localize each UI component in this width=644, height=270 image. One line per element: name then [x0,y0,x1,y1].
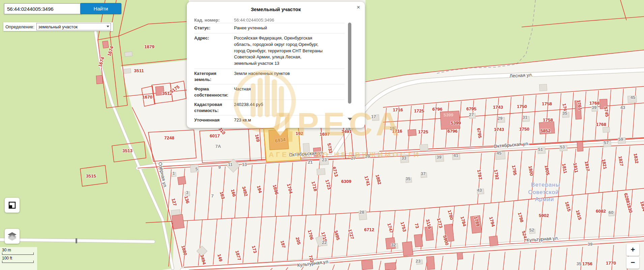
house-number-label: 43 [477,188,482,193]
find-button[interactable]: Найти [80,3,121,14]
definition-select[interactable]: земельный участок [36,23,111,30]
building-gray [124,69,131,74]
popup-scrollbar-thumb[interactable] [348,23,351,104]
building-pink [427,256,435,269]
building-pink [414,234,423,247]
popup-row-cadnumber: Кад. номер: 56:44:0244005:3496 [194,15,345,23]
house-number-label: 5 [195,166,198,171]
house-number-label: 29 [498,116,502,121]
chevron-down-icon [107,26,109,27]
house-number-label: 9 [218,165,221,170]
parcel-number-label: 1743 [493,105,503,110]
zoom-in-button[interactable]: + [626,244,639,256]
parcel-number-label: 7248 [164,135,175,140]
house-number-label: 53 [560,144,565,150]
parcel-number-label: 1879 [144,44,154,49]
search-input[interactable] [4,3,82,14]
house-number-label: 57 [604,140,609,145]
house-number-label: 19 [390,126,394,131]
popup-row-category: Категория земель: Земли населенных пункт… [194,69,345,84]
house-number-label: 35 [562,111,567,116]
parcel-number-label: 6796 [432,107,443,112]
house-number-label: 13 [242,162,247,167]
scroll-down-arrow-icon[interactable] [348,118,352,120]
parcel-number-label: 1697 [320,132,330,137]
popup-row-cost: Кадастровая стоимость: 240238.44 руб [194,100,345,115]
parcel-number-label: 6017 [210,133,220,138]
parcel-number-label: 5399 [451,120,461,126]
parcel-number-label: 1756 [582,261,593,266]
parcel-number-label: 192 [296,131,303,136]
parcel-number-label: 1670 [142,94,152,100]
building-gray [124,52,132,57]
parcel-number-label: 3513 [122,148,133,153]
house-number-label: 60 [609,210,613,215]
parcel-number-label: 1770 [606,261,616,266]
popup-pointer-notch [274,128,287,136]
building-gray [419,144,428,151]
territory-name-label: Армии [535,196,554,202]
popup-row-ownership: Форма собственности: Частная [194,84,345,100]
building-pink [178,177,186,185]
house-number-label: 23 [416,259,420,264]
parcel-number-label: 3511 [134,68,144,73]
house-number-label: 7A [215,144,221,149]
house-number-label: 37 [421,171,426,176]
parcel-number-label: 6795 [466,106,477,111]
definition-value: земельный участок [38,24,78,29]
territory-name-label: Советской [528,189,559,195]
house-number-label: 21 [308,160,313,165]
territory-name-label: Ветераны [531,182,560,188]
scale-bar: 30 m 100 ft [0,247,37,270]
definition-label: Определение: [5,24,34,29]
house-number-label: 39 [592,105,596,110]
house-number-label: 7 [211,193,213,198]
parcel-number-label: 1725 [414,108,425,113]
house-number-label: 11 [228,162,233,167]
house-number-label: 45 [497,151,501,156]
house-number-label: 52 [529,227,534,233]
parcel-number-label: 1750 [519,127,529,132]
close-icon[interactable]: × [357,4,360,10]
popup-rows: Кад. номер: 56:44:0244005:3496 Статус: Р… [194,15,345,125]
parcel-number-label: 1716 [393,107,403,112]
popup-row-area: Уточненная площадь: 723 кв.м [194,115,345,125]
house-number-label: 39 [437,155,441,160]
scale-meters-bar [2,252,34,255]
parcel-number-label: 5902 [539,213,549,218]
extent-button[interactable] [5,198,20,213]
building-pink [96,75,103,84]
parcel-number-label: 6309 [341,179,351,184]
parcel-number-label: 6082 [596,209,606,214]
house-number-label: 22 [322,240,327,245]
house-number-label: 27 [351,156,356,161]
building-gray [539,84,547,91]
zoom-out-button[interactable]: − [626,256,639,269]
building-gray [171,210,180,216]
house-number-label: 29 [365,154,370,159]
building-number-label: 5399 [444,112,453,117]
building-pink [103,41,109,48]
layers-icon [7,232,17,241]
parcel-number-label: 1743 [494,127,504,132]
parcel-number-label: 1758 [542,101,552,106]
building-pink [408,129,416,136]
house-number-label: 45 [631,95,635,100]
house-number-label: 43 [620,105,625,110]
house-number-label: 27 [469,112,474,117]
parcel-number-label: 1750 [517,104,527,109]
scale-feet: 100 ft [2,256,37,261]
cadastral-map-app: 1674167418793511351251751670351335157248… [0,0,644,270]
house-number-label: 31 [523,115,527,120]
popup-row-address: Адрес: Российская Федерация, Оренбургска… [194,33,345,69]
building-gray [603,127,610,132]
house-number-label: 23 [322,157,327,162]
definition-bar: Определение: земельный участок [3,22,113,31]
house-number-label: 35 [577,261,581,266]
popup-row-status: Статус: Ранее учтенный [194,23,345,33]
parcel-number-label: 3515 [86,173,96,179]
layers-button[interactable] [5,229,20,244]
house-number-label: 41 [453,153,458,158]
parcel-number-label: 1768 [596,122,607,127]
building-pink [385,263,396,270]
